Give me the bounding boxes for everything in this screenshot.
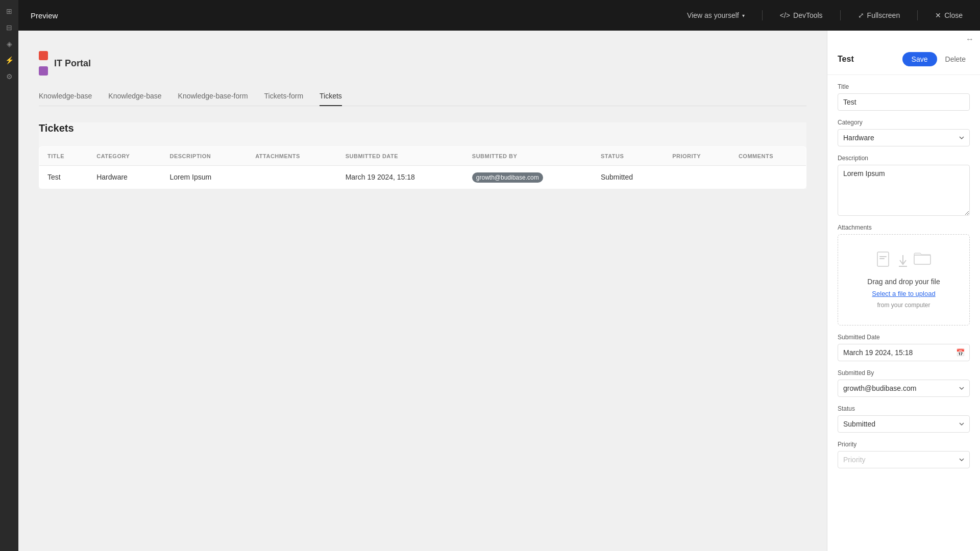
svg-rect-5	[914, 255, 930, 264]
svg-rect-2	[879, 258, 885, 259]
textarea-description[interactable]: Lorem Ipsum	[838, 165, 970, 216]
label-submitted-by: Submitted By	[838, 369, 970, 377]
page-content: Tickets TITLE CATEGORY DESCRIPTION ATTAC…	[39, 122, 806, 189]
form-group-category: Category Hardware Software Network Other	[838, 119, 970, 146]
col-title: TITLE	[39, 147, 89, 166]
form-section: Title Category Hardware Software Network…	[827, 75, 980, 477]
select-submitted-by[interactable]: growth@budibase.com	[838, 380, 970, 397]
label-category: Category	[838, 119, 970, 126]
app-title: IT Portal	[54, 58, 91, 69]
divider-3	[917, 10, 918, 20]
logo-square-red	[39, 51, 48, 60]
nav-item-4[interactable]: Tickets	[320, 92, 342, 106]
tickets-table: TITLE CATEGORY DESCRIPTION ATTACHMENTS S…	[39, 146, 806, 189]
label-description: Description	[838, 155, 970, 162]
form-group-priority: Priority Priority Low Medium High Critic…	[838, 441, 970, 468]
cell-title: Test	[39, 166, 89, 189]
col-comments: COMMENTS	[730, 147, 806, 166]
label-title: Title	[838, 83, 970, 90]
app-header: IT Portal	[39, 51, 806, 76]
logo-square-purple	[39, 66, 48, 76]
form-group-title: Title	[838, 83, 970, 111]
date-input-wrapper: 📅	[838, 344, 970, 361]
cell-description: Lorem Ipsum	[162, 166, 248, 189]
cell-submitted-by: growth@budibase.com	[464, 166, 593, 189]
label-priority: Priority	[838, 441, 970, 448]
file-image-icon	[876, 251, 893, 269]
fullscreen-label: Fullscreen	[867, 11, 900, 19]
devtools-button[interactable]: </> DevTools	[775, 8, 828, 22]
form-group-status: Status Submitted In Progress Resolved Cl…	[838, 405, 970, 433]
preview-bar-actions: View as yourself ▾ </> DevTools ⤢ Fullsc…	[682, 8, 968, 22]
input-submitted-date[interactable]	[838, 344, 970, 361]
chevron-down-icon: ▾	[742, 13, 745, 18]
cell-priority	[664, 166, 730, 189]
fullscreen-button[interactable]: ⤢ Fullscreen	[853, 8, 905, 22]
preview-wrapper: Preview View as yourself ▾ </> DevTools …	[18, 0, 980, 551]
view-as-yourself-label: View as yourself	[687, 11, 739, 19]
label-attachments: Attachments	[838, 224, 970, 231]
select-status[interactable]: Submitted In Progress Resolved Closed	[838, 415, 970, 433]
sidebar-icon-design[interactable]: ◈	[2, 37, 16, 51]
preview-bar: Preview View as yourself ▾ </> DevTools …	[18, 0, 980, 31]
divider-1	[762, 10, 763, 20]
form-group-attachments: Attachments	[838, 224, 970, 325]
view-as-yourself-button[interactable]: View as yourself ▾	[682, 8, 750, 22]
code-icon: </>	[780, 11, 790, 19]
right-panel-header: Test Save Delete	[827, 44, 980, 75]
cell-comments	[730, 166, 806, 189]
sidebar-icon-data[interactable]: ⊟	[2, 20, 16, 35]
sidebar-icon-auto[interactable]: ⚡	[2, 53, 16, 67]
status-text: Submitted	[601, 173, 633, 181]
col-status: STATUS	[593, 147, 664, 166]
form-group-description: Description Lorem Ipsum	[838, 155, 970, 216]
cell-attachments	[247, 166, 337, 189]
select-priority[interactable]: Priority Low Medium High Critical	[838, 451, 970, 468]
nav-item-0[interactable]: Knowledge-base	[39, 92, 92, 106]
cell-category: Hardware	[88, 166, 161, 189]
close-button[interactable]: ✕ Close	[930, 8, 968, 22]
page-title: Tickets	[39, 122, 806, 134]
attach-icons	[876, 251, 932, 269]
select-file-link[interactable]: Select a file to upload	[872, 290, 935, 297]
app-nav: Knowledge-base Knowledge-base Knowledge-…	[39, 92, 806, 106]
nav-item-1[interactable]: Knowledge-base	[108, 92, 161, 106]
sidebar-icon-settings[interactable]: ⚙	[2, 69, 16, 84]
drag-drop-text: Drag and drop your file	[867, 278, 940, 286]
app-logo	[39, 51, 48, 76]
form-group-submitted-by: Submitted By growth@budibase.com	[838, 369, 970, 397]
panel-header-actions: Save Delete	[902, 52, 970, 66]
svg-rect-1	[879, 256, 887, 257]
email-badge: growth@budibase.com	[472, 172, 543, 183]
save-button[interactable]: Save	[902, 52, 937, 66]
divider-2	[840, 10, 841, 20]
select-category[interactable]: Hardware Software Network Other	[838, 129, 970, 146]
col-submitted-by: SUBMITTED BY	[464, 147, 593, 166]
preview-content: IT Portal Knowledge-base Knowledge-base …	[18, 31, 827, 551]
devtools-label: DevTools	[793, 11, 823, 19]
close-label: Close	[944, 11, 963, 19]
table-row[interactable]: Test Hardware Lorem Ipsum March 19 2024,…	[39, 166, 806, 189]
col-priority: PRIORITY	[664, 147, 730, 166]
col-description: DESCRIPTION	[162, 147, 248, 166]
delete-button[interactable]: Delete	[941, 52, 970, 66]
input-title[interactable]	[838, 93, 970, 111]
folder-icon	[913, 251, 932, 265]
form-group-submitted-date: Submitted Date 📅	[838, 334, 970, 361]
download-icon	[897, 251, 909, 269]
expand-icon[interactable]: ↔	[966, 35, 974, 44]
attachments-dropzone[interactable]: Drag and drop your file Select a file to…	[838, 234, 970, 325]
sidebar-icon-home[interactable]: ⊞	[2, 4, 16, 18]
close-icon: ✕	[935, 11, 941, 19]
nav-item-2[interactable]: Knowledge-base-form	[178, 92, 248, 106]
col-attachments: ATTACHMENTS	[247, 147, 337, 166]
nav-item-3[interactable]: Tickets-form	[264, 92, 303, 106]
table-header-row: TITLE CATEGORY DESCRIPTION ATTACHMENTS S…	[39, 147, 806, 166]
fullscreen-icon: ⤢	[858, 11, 864, 19]
col-category: CATEGORY	[88, 147, 161, 166]
label-submitted-date: Submitted Date	[838, 334, 970, 341]
from-computer-text: from your computer	[877, 302, 930, 309]
panel-title: Test	[838, 55, 854, 64]
main-area: IT Portal Knowledge-base Knowledge-base …	[18, 31, 980, 551]
cell-submitted-date: March 19 2024, 15:18	[337, 166, 464, 189]
